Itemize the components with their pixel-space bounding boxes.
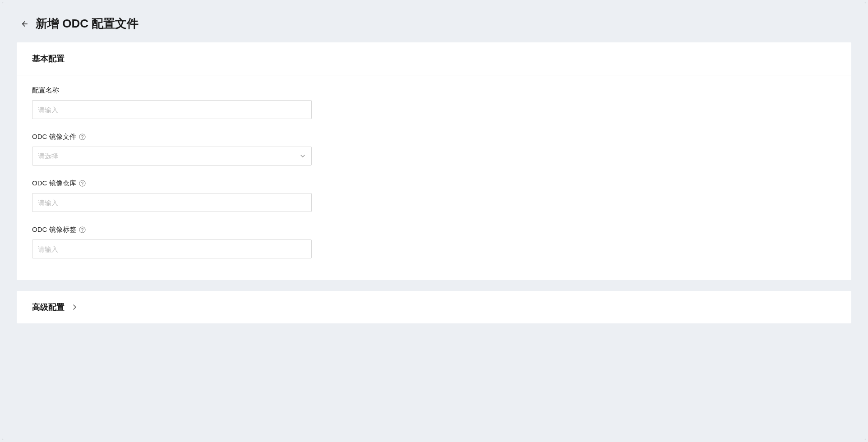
svg-point-3 <box>79 180 85 186</box>
basic-config-card: 基本配置 配置名称 ODC 镜像文件 <box>17 42 851 280</box>
page-header: 新增 ODC 配置文件 <box>2 2 866 42</box>
help-icon[interactable] <box>79 180 86 187</box>
image-file-select[interactable]: 请选择 <box>32 147 312 166</box>
form-item-image-repo: ODC 镜像仓库 <box>32 179 836 212</box>
svg-point-1 <box>79 134 85 140</box>
image-file-label-text: ODC 镜像文件 <box>32 133 76 141</box>
chevron-down-icon <box>300 153 306 159</box>
image-repo-label-text: ODC 镜像仓库 <box>32 179 76 188</box>
image-tag-input[interactable] <box>32 239 312 258</box>
back-arrow-icon[interactable] <box>20 19 29 28</box>
basic-config-body: 配置名称 ODC 镜像文件 请选择 <box>17 75 851 280</box>
advanced-config-card[interactable]: 高级配置 <box>17 291 851 323</box>
help-icon[interactable] <box>79 134 86 140</box>
help-icon[interactable] <box>79 226 86 233</box>
svg-point-4 <box>82 184 82 185</box>
image-tag-label: ODC 镜像标签 <box>32 226 836 234</box>
form-item-image-file: ODC 镜像文件 请选择 <box>32 133 836 166</box>
image-file-label: ODC 镜像文件 <box>32 133 836 141</box>
image-repo-label: ODC 镜像仓库 <box>32 179 836 188</box>
svg-point-6 <box>82 231 82 231</box>
page-wrapper: 新增 ODC 配置文件 基本配置 配置名称 ODC 镜像文件 <box>2 2 866 440</box>
config-name-label: 配置名称 <box>32 86 836 95</box>
svg-point-2 <box>82 138 82 138</box>
page-title: 新增 ODC 配置文件 <box>36 16 139 32</box>
image-file-select-placeholder: 请选择 <box>38 152 58 161</box>
advanced-config-title: 高级配置 <box>32 302 65 313</box>
image-tag-label-text: ODC 镜像标签 <box>32 226 76 234</box>
basic-config-header: 基本配置 <box>17 42 851 75</box>
form-item-image-tag: ODC 镜像标签 <box>32 226 836 258</box>
config-name-input[interactable] <box>32 100 312 119</box>
config-name-label-text: 配置名称 <box>32 86 59 95</box>
svg-point-5 <box>79 227 85 233</box>
form-item-config-name: 配置名称 <box>32 86 836 119</box>
basic-config-title: 基本配置 <box>32 53 836 64</box>
image-repo-input[interactable] <box>32 193 312 212</box>
chevron-right-icon <box>72 304 78 310</box>
